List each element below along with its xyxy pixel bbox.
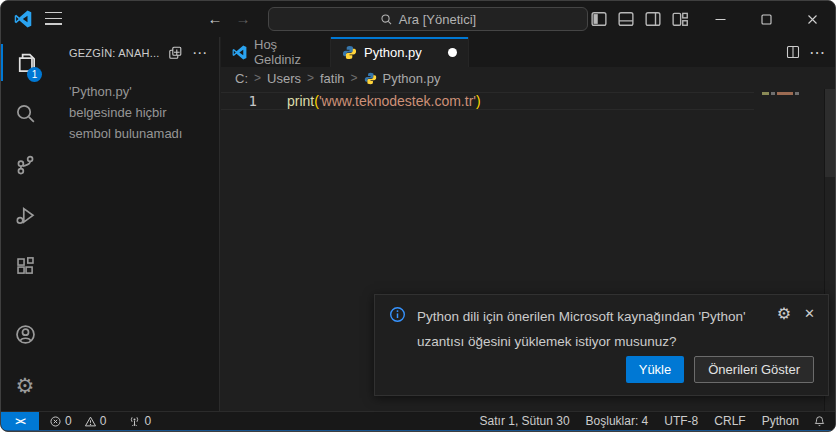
install-button[interactable]: Yükle xyxy=(626,356,685,383)
settings-gear-icon: ⚙ xyxy=(16,374,35,398)
close-icon xyxy=(805,12,820,27)
explorer-sidebar: GEZGİN: ANAH... ⋯ 'Python.py' belgesinde… xyxy=(49,37,220,411)
toggle-panel-icon[interactable] xyxy=(616,9,636,29)
show-recommendations-button[interactable]: Önerileri Göster xyxy=(694,356,814,383)
maximize-icon xyxy=(759,12,774,27)
status-bar: >< 0 0 xyxy=(1,411,835,430)
tab-python-py[interactable]: Python.py xyxy=(331,37,469,67)
remote-indicator[interactable]: >< xyxy=(1,412,39,430)
breadcrumb-folder[interactable]: fatih xyxy=(320,71,345,86)
vscode-logo-icon xyxy=(14,10,32,28)
sidebar-title: GEZGİN: ANAH... xyxy=(69,47,159,59)
extensions-icon xyxy=(14,255,37,278)
minimize-icon xyxy=(713,12,728,27)
code-line: print('www.teknodestek.com.tr') xyxy=(287,93,481,109)
bell-icon xyxy=(813,415,826,428)
warning-count: 0 xyxy=(100,414,107,428)
minimize-button[interactable] xyxy=(697,1,743,37)
search-view-icon xyxy=(14,102,37,125)
eol-sequence[interactable]: CRLF xyxy=(706,414,753,428)
warning-icon xyxy=(84,415,97,428)
notification-settings-gear-icon[interactable]: ⚙ xyxy=(777,304,791,323)
sidebar-more-actions-icon[interactable]: ⋯ xyxy=(192,48,207,58)
breadcrumb-drive[interactable]: C: xyxy=(235,71,248,86)
ports-count: 0 xyxy=(144,414,151,428)
unsaved-changes-dot[interactable] xyxy=(448,48,457,57)
explorer-badge: 1 xyxy=(27,67,42,82)
cursor-position[interactable]: Satır 1, Sütun 30 xyxy=(472,414,578,428)
outline-empty-message: 'Python.py' belgesinde hiçbir sembol bul… xyxy=(69,81,211,144)
run-debug-icon xyxy=(14,204,37,227)
maximize-button[interactable] xyxy=(743,1,789,37)
language-mode[interactable]: Python xyxy=(754,414,807,428)
encoding[interactable]: UTF-8 xyxy=(656,414,706,428)
source-control-icon xyxy=(14,153,37,176)
notifications-bell[interactable] xyxy=(807,415,835,428)
activity-run-debug[interactable] xyxy=(1,190,49,241)
activity-settings[interactable]: ⚙ xyxy=(1,360,49,411)
notification-close-icon[interactable]: ✕ xyxy=(804,306,815,321)
activity-extensions[interactable] xyxy=(1,241,49,292)
search-icon xyxy=(380,13,393,26)
notification-message: Python dili için önerilen Microsoft kayn… xyxy=(417,304,767,354)
problems-warnings[interactable]: 0 xyxy=(79,414,112,428)
python-file-icon xyxy=(364,72,377,85)
indentation[interactable]: Boşluklar: 4 xyxy=(578,414,657,428)
sidebar-header: GEZGİN: ANAH... ⋯ xyxy=(49,37,219,69)
activity-account[interactable] xyxy=(1,309,49,360)
tab-bar: Hoş Geldiniz Python.py ⋯ xyxy=(221,37,835,67)
command-center-search[interactable]: Ara [Yönetici] xyxy=(268,7,588,31)
tab-welcome[interactable]: Hoş Geldiniz xyxy=(221,37,331,67)
breadcrumb-folder[interactable]: Users xyxy=(267,71,301,86)
tab-label: Python.py xyxy=(364,45,422,60)
activity-bar: 1 xyxy=(1,37,49,411)
activity-source-control[interactable] xyxy=(1,139,49,190)
python-file-icon xyxy=(342,45,357,60)
error-icon xyxy=(49,415,62,428)
line-number: 1 xyxy=(221,93,257,109)
vscode-window: ← → Ara [Yönetici] xyxy=(0,0,836,432)
vscode-logo-icon xyxy=(232,45,247,60)
new-window-plus-icon[interactable] xyxy=(167,45,183,61)
split-editor-icon[interactable] xyxy=(785,44,801,60)
search-placeholder: Ara [Yönetici] xyxy=(399,12,476,27)
notification-toast: Python dili için önerilen Microsoft kayn… xyxy=(374,294,829,396)
title-bar: ← → Ara [Yönetici] xyxy=(1,1,835,37)
back-arrow-icon[interactable]: ← xyxy=(204,8,226,30)
forwarded-ports[interactable]: 0 xyxy=(123,414,156,428)
editor-more-actions-icon[interactable]: ⋯ xyxy=(809,43,825,62)
code-string: 'www.teknodestek.com.tr' xyxy=(319,93,476,109)
code-close-paren: ) xyxy=(476,93,481,109)
breadcrumb-file[interactable]: Python.py xyxy=(383,71,441,86)
minimap[interactable] xyxy=(762,92,799,95)
forward-arrow-icon[interactable]: → xyxy=(232,8,254,30)
error-count: 0 xyxy=(65,414,72,428)
scrollbar-slider[interactable] xyxy=(825,89,835,177)
info-icon xyxy=(389,306,406,323)
breadcrumb: C: > Users > fatih > Python.py xyxy=(221,67,835,89)
chevron-right-icon: > xyxy=(254,71,261,85)
menu-hamburger-icon[interactable] xyxy=(45,11,62,26)
close-window-button[interactable] xyxy=(789,1,835,37)
tab-label: Hoş Geldiniz xyxy=(254,37,319,67)
toggle-sidebar-icon[interactable] xyxy=(589,9,609,29)
activity-search[interactable] xyxy=(1,88,49,139)
account-icon xyxy=(14,323,37,346)
chevron-right-icon: > xyxy=(351,71,358,85)
problems-errors[interactable]: 0 xyxy=(44,414,77,428)
customize-layout-icon[interactable] xyxy=(670,9,690,29)
active-view-indicator xyxy=(1,44,3,81)
radio-tower-icon xyxy=(128,415,141,428)
activity-explorer[interactable]: 1 xyxy=(1,37,49,88)
code-function: print xyxy=(287,93,314,109)
toggle-secondary-sidebar-icon[interactable] xyxy=(643,9,663,29)
chevron-right-icon: > xyxy=(307,71,314,85)
